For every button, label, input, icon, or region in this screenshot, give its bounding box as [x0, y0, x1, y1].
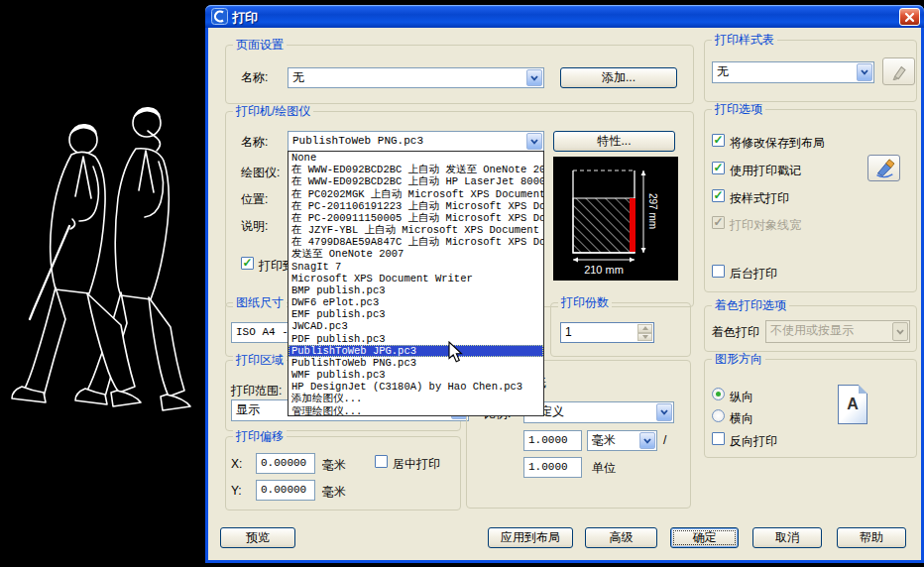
printable-area-marker [630, 198, 635, 252]
preview-height-label: 297 mm [647, 193, 658, 229]
spinner-arrows [637, 324, 652, 341]
orientation-paper-icon: A [838, 385, 867, 424]
ok-button[interactable]: 确定 [670, 527, 739, 548]
plot-range-value: 显示 [236, 402, 260, 416]
apply-to-layout-button[interactable]: 应用到布局 [488, 527, 573, 548]
spin-down-icon [637, 333, 652, 342]
cancel-button[interactable]: 取消 [752, 527, 822, 548]
list-item[interactable]: EMF publish.pc3 [289, 308, 543, 320]
group-title: 图形方向 [712, 352, 765, 366]
chevron-down-icon[interactable] [656, 403, 672, 421]
copies-spinner[interactable]: 1 [560, 322, 654, 343]
portrait-label: 纵向 [730, 389, 753, 405]
group-title: 打印偏移 [233, 429, 287, 443]
list-item[interactable]: HP DesignJet (C3180A) by Hao Chen.pc3 [289, 381, 543, 393]
list-item[interactable]: 在 PC-200911150005 上自动 Microsoft XPS Do [289, 212, 543, 224]
center-plot-label: 居中打印 [393, 456, 440, 473]
plot-upside-down-checkbox[interactable] [712, 432, 725, 445]
offset-y-unit: 毫米 [322, 484, 346, 501]
list-item[interactable]: 在 WWW-ED092BCD2BC 上自动 HP LaserJet 8000 [289, 175, 543, 187]
offset-y-field[interactable]: 0.00000 [256, 480, 315, 501]
list-item[interactable]: 在 PC-201106191223 上自动 Microsoft XPS Do [289, 200, 543, 212]
plot-style-combo[interactable]: 无 [712, 61, 874, 83]
plot-upside-down-label: 反向打印 [730, 433, 777, 450]
plot-with-styles-checkbox[interactable] [712, 189, 725, 202]
shade-plot-value: 不使用或按显示 [770, 323, 854, 337]
list-item[interactable]: DWF6 ePlot.pc3 [289, 296, 543, 308]
list-item[interactable]: JWCAD.pc3 [289, 320, 543, 332]
printer-name-combo[interactable]: PublishToWeb PNG.pc3 [288, 131, 544, 152]
list-item[interactable]: PDF publish.pc3 [289, 333, 543, 345]
edit-plot-style-button [882, 57, 915, 85]
group-title: 打印样式表 [712, 33, 777, 47]
list-item-selected[interactable]: PublishToWeb JPG.pc3 [289, 345, 543, 357]
list-item[interactable]: PublishToWeb PNG.pc3 [289, 357, 543, 369]
list-item[interactable]: Microsoft XPS Document Writer [289, 273, 543, 284]
group-title: 页面设置 [233, 38, 287, 52]
chevron-down-icon[interactable] [857, 63, 872, 81]
shade-plot-combo: 不使用或按显示 [765, 320, 910, 343]
plot-stamp-checkbox[interactable] [712, 162, 725, 174]
scale-unit-combo[interactable]: 毫米 [587, 430, 657, 451]
advanced-button[interactable]: 高级 [585, 527, 657, 548]
list-item[interactable]: 在 WWW-ED092BCD2BC 上自动 发送至 OneNote 20 [289, 164, 543, 175]
center-plot-checkbox[interactable] [375, 455, 388, 468]
printer-dropdown-list[interactable]: None 在 WWW-ED092BCD2BC 上自动 发送至 OneNote 2… [288, 151, 544, 416]
list-item[interactable]: 添加绘图仪... [289, 393, 543, 404]
paper-fold-corner [859, 385, 867, 394]
help-button[interactable]: 帮助 [837, 527, 906, 548]
scale-slash: / [663, 433, 666, 447]
preview-button[interactable]: 预览 [220, 527, 295, 548]
scale-unit-value: 毫米 [592, 433, 616, 447]
chevron-down-icon[interactable] [526, 69, 542, 86]
add-page-setup-button[interactable]: 添加... [560, 67, 677, 88]
page-setup-name-combo[interactable]: 无 [288, 67, 544, 88]
chevron-down-icon[interactable] [526, 133, 542, 150]
pencil-icon [890, 62, 908, 80]
location-label: 位置: [241, 191, 268, 208]
list-item[interactable]: None [289, 152, 543, 164]
chevron-down-icon[interactable] [639, 432, 655, 449]
landscape-radio[interactable] [712, 409, 725, 422]
screen: 打印 页面设置 名称: 无 添加... 打印机/绘图仪 名称: PublishT… [0, 0, 924, 567]
group-title: 图纸尺寸 [233, 295, 287, 309]
page-setup-name-value: 无 [292, 70, 304, 84]
chevron-down-icon [892, 322, 908, 341]
list-item[interactable]: 在 4799D8AE59A847C 上自动 Microsoft XPS Do [289, 236, 543, 248]
print-dialog: 打印 页面设置 名称: 无 添加... 打印机/绘图仪 名称: PublishT… [205, 5, 924, 563]
list-item[interactable]: BMP publish.pc3 [289, 284, 543, 296]
plot-lineweights-label: 打印对象线宽 [730, 217, 801, 234]
dialog-title: 打印 [232, 9, 258, 27]
scale-units-label: 单位 [592, 460, 616, 477]
save-changes-to-layout-checkbox[interactable] [712, 134, 725, 147]
paper-letter: A [847, 396, 859, 413]
close-button[interactable] [899, 8, 920, 26]
printer-name-value: PublishToWeb PNG.pc3 [292, 135, 423, 147]
list-item[interactable]: SnagIt 7 [289, 261, 543, 273]
plot-stamp-settings-button[interactable] [867, 155, 900, 181]
list-item[interactable]: 在 PC0202MGK 上自动 Microsoft XPS Document [289, 188, 543, 200]
spin-up-icon [637, 324, 652, 333]
printer-name-label: 名称: [241, 134, 268, 151]
group-title: 打印机/绘图仪 [233, 104, 313, 118]
landscape-label: 横向 [730, 410, 753, 427]
offset-y-label: Y: [231, 484, 242, 498]
offset-x-field[interactable]: 0.00000 [256, 453, 315, 474]
scale-mm-field[interactable]: 1.0000 [523, 430, 582, 451]
close-icon [904, 12, 915, 23]
group-title: 打印选项 [712, 102, 765, 116]
background-plot-checkbox[interactable] [712, 265, 725, 278]
scale-units-field[interactable]: 1.0000 [523, 457, 582, 478]
list-item[interactable]: 发送至 OneNote 2007 [289, 248, 543, 260]
offset-x-unit: 毫米 [322, 457, 346, 474]
list-item[interactable]: WMF publish.pc3 [289, 369, 543, 381]
plot-to-file-checkbox[interactable] [241, 257, 254, 270]
properties-button[interactable]: 特性... [553, 131, 675, 152]
list-item[interactable]: 管理绘图仪... [289, 405, 543, 416]
portrait-radio[interactable] [712, 388, 725, 400]
walking-businessmen-art [0, 0, 205, 567]
plot-stamp-label: 使用打印戳记 [730, 163, 801, 179]
scale-combo[interactable]: 自定义 [523, 401, 674, 423]
list-item[interactable]: 在 JZYF-YBL 上自动 Microsoft XPS Document W [289, 224, 543, 236]
title-bar[interactable]: 打印 [205, 5, 924, 28]
